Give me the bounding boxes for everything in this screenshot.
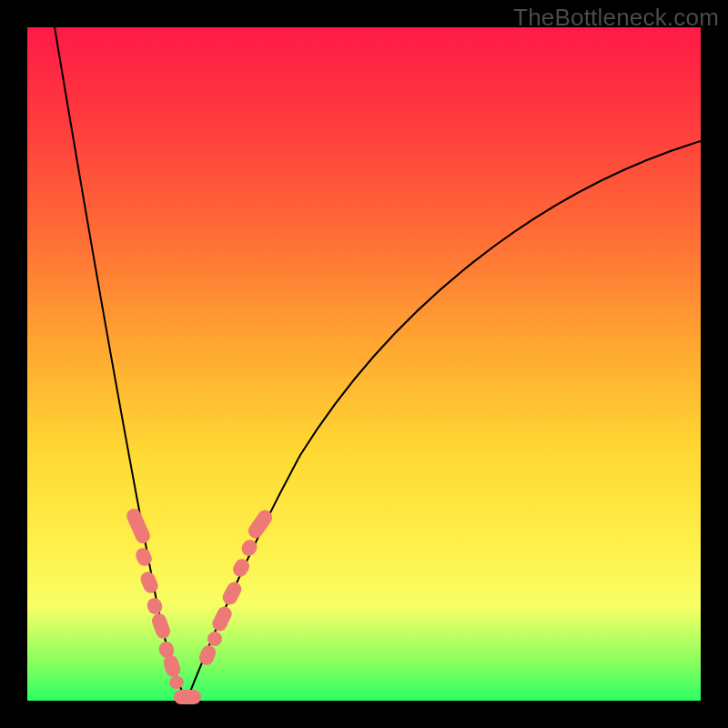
bead-cluster [125, 506, 276, 704]
bead [197, 643, 217, 668]
bead [134, 546, 155, 569]
bead [174, 690, 201, 704]
curve-layer [27, 27, 701, 701]
bead [150, 612, 173, 641]
bead [210, 604, 235, 633]
outer-frame: TheBottleneck.com [0, 0, 728, 728]
curve-right-branch [187, 141, 701, 701]
watermark-text: TheBottleneck.com [513, 4, 719, 32]
bead [220, 580, 244, 607]
bead [230, 556, 252, 579]
bead [138, 570, 160, 595]
bead [145, 596, 165, 617]
curve-left-branch [55, 27, 187, 701]
bead [125, 506, 153, 545]
bead [167, 674, 185, 691]
